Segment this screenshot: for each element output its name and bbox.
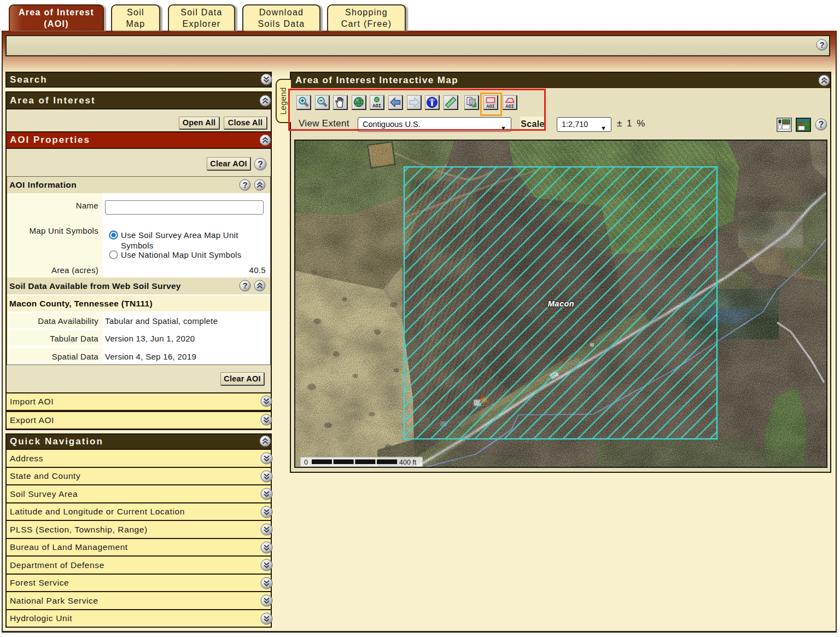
svg-text:Macon: Macon — [548, 299, 574, 308]
svg-text:?: ? — [819, 40, 824, 49]
svg-text:?: ? — [819, 120, 824, 129]
svg-text:?: ? — [258, 160, 263, 169]
svg-text:0: 0 — [304, 459, 308, 466]
svg-text:400 ft: 400 ft — [399, 459, 417, 466]
svg-text:?: ? — [242, 281, 247, 290]
svg-text:?: ? — [242, 180, 247, 189]
